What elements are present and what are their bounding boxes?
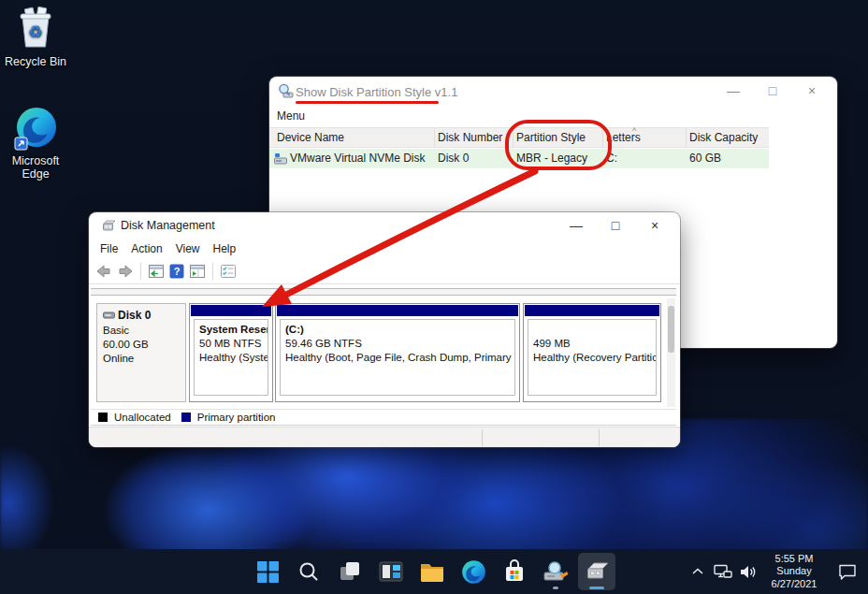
desktop-icon-label: Recycle Bin xyxy=(5,55,66,68)
clock[interactable]: 5:55 PM Sunday 6/27/2021 xyxy=(761,553,827,591)
disk-management-app-icon xyxy=(101,219,116,233)
close-button[interactable]: × xyxy=(635,212,674,239)
start-button[interactable] xyxy=(249,553,286,590)
properties-list-icon[interactable] xyxy=(220,264,237,279)
store-button[interactable] xyxy=(496,553,533,590)
primary-partition-bar xyxy=(277,305,518,316)
disk-management-titlebar[interactable]: Disk Management — □ × xyxy=(89,212,680,239)
file-explorer-button[interactable] xyxy=(413,553,451,590)
network-icon xyxy=(714,564,732,580)
primary-partition-bar xyxy=(525,305,659,316)
menu-item-view[interactable]: View xyxy=(169,240,207,257)
chat-bubble-icon xyxy=(837,563,858,581)
partition-cell-c-drive[interactable]: (C:) 59.46 GB NTFS Healthy (Boot, Page F… xyxy=(275,303,520,402)
help-icon[interactable]: ? xyxy=(169,264,184,279)
cell-disk-number: Disk 0 xyxy=(438,152,469,165)
edge-icon xyxy=(14,107,57,152)
speaker-icon xyxy=(739,564,758,580)
disk-drive-icon xyxy=(274,152,287,165)
partition-status: Healthy (Boot, Page File, Crash Dump, Pr… xyxy=(285,351,510,365)
menu-bar: File Action View Help xyxy=(89,239,680,259)
partition-status: Healthy (Syster xyxy=(199,351,263,365)
edge-button[interactable] xyxy=(455,553,492,590)
status-divider xyxy=(482,429,483,446)
vertical-scrollbar[interactable] xyxy=(667,298,675,407)
recycle-bin-icon: ♻ xyxy=(14,6,57,52)
partition-cell-recovery[interactable]: 499 MB Healthy (Recovery Partitic xyxy=(523,303,661,402)
partition-status: Healthy (Recovery Partitic xyxy=(533,351,651,365)
disk0-panel[interactable]: Disk 0 Basic 60.00 GB Online xyxy=(96,303,186,402)
column-disk-capacity[interactable]: Disk Capacity xyxy=(689,131,758,144)
edge-icon xyxy=(461,559,486,585)
desktop-icon-recycle-bin[interactable]: ♻ Recycle Bin xyxy=(0,6,71,68)
desktop-icon-microsoft-edge[interactable]: Microsoft Edge xyxy=(0,107,71,181)
widgets-button[interactable] xyxy=(372,553,410,590)
partition-name: (C:) xyxy=(285,323,510,337)
forward-icon[interactable] xyxy=(117,264,134,279)
toolbar-divider xyxy=(140,263,141,280)
network-button[interactable] xyxy=(710,564,735,580)
column-device-name[interactable]: Device Name xyxy=(277,131,344,144)
menu-item-action[interactable]: Action xyxy=(124,240,168,257)
store-icon xyxy=(502,559,527,584)
partition-size: 499 MB xyxy=(533,337,651,351)
action-pane-icon[interactable] xyxy=(189,264,206,279)
primary-partition-swatch xyxy=(181,413,191,422)
task-view-icon xyxy=(338,559,362,584)
disk-status: Online xyxy=(103,352,180,366)
partition-window-titlebar[interactable]: Show Disk Partition Style v1.1 — □ × xyxy=(269,77,837,107)
maximize-button[interactable]: □ xyxy=(596,212,635,239)
file-explorer-icon xyxy=(419,560,445,583)
partition-cell-system-reserved[interactable]: System Reser 50 MB NTFS Healthy (Syster xyxy=(189,303,273,402)
desktop-icon-label: Microsoft xyxy=(12,154,60,167)
menu-item-file[interactable]: File xyxy=(94,240,124,257)
show-console-tree-icon[interactable] xyxy=(148,264,165,279)
collapsed-volume-pane[interactable] xyxy=(91,288,676,296)
partition-size: 50 MB NTFS xyxy=(199,337,263,351)
tray-chevron-button[interactable] xyxy=(686,565,710,578)
menu-item-help[interactable]: Help xyxy=(207,240,243,257)
minimize-button[interactable]: — xyxy=(557,212,596,239)
legend-label: Primary partition xyxy=(197,412,276,423)
taskbar: 5:55 PM Sunday 6/27/2021 xyxy=(0,549,868,594)
scrollbar-thumb[interactable] xyxy=(668,306,674,353)
start-icon xyxy=(256,560,280,584)
partition-style-tool-button[interactable] xyxy=(537,553,574,590)
window-title: Show Disk Partition Style v1.1 xyxy=(296,85,457,99)
menu-item-menu[interactable]: Menu xyxy=(277,109,305,123)
search-button[interactable] xyxy=(290,553,327,590)
desktop-icon-label: Edge xyxy=(22,167,49,181)
legend: Unallocated Primary partition xyxy=(91,409,676,426)
clock-date: 6/27/2021 xyxy=(761,578,827,591)
status-divider xyxy=(599,429,600,446)
disk-type: Basic xyxy=(103,324,180,338)
window-title: Disk Management xyxy=(121,219,215,232)
sort-ascending-icon[interactable]: ^ xyxy=(632,126,636,136)
notification-button[interactable] xyxy=(827,563,868,581)
annotation-underline xyxy=(296,101,439,104)
unallocated-swatch xyxy=(98,413,108,422)
disk-size: 60.00 GB xyxy=(103,338,180,352)
minimize-button[interactable]: — xyxy=(714,77,753,105)
back-icon[interactable] xyxy=(95,264,112,279)
column-divider[interactable] xyxy=(434,128,435,148)
running-indicator xyxy=(553,587,558,589)
partition-app-icon xyxy=(278,83,294,99)
maximize-button[interactable]: □ xyxy=(753,77,792,105)
clock-day: Sunday xyxy=(761,565,827,578)
column-divider[interactable] xyxy=(686,128,687,148)
annotation-circle xyxy=(505,120,612,170)
widgets-icon xyxy=(378,560,404,583)
column-disk-number[interactable]: Disk Number xyxy=(438,131,502,144)
partition-style-tool-icon xyxy=(542,559,570,584)
cell-device-name: VMware Virtual NVMe Disk xyxy=(290,152,425,165)
volume-button[interactable] xyxy=(735,564,761,580)
disk-management-button[interactable] xyxy=(578,553,615,590)
search-icon xyxy=(297,560,320,583)
svg-text:?: ? xyxy=(174,266,181,277)
desktop: ♻ Recycle Bin Microsoft Edge Show xyxy=(0,0,868,594)
legend-label: Unallocated xyxy=(114,412,171,423)
chevron-up-icon xyxy=(690,565,705,578)
task-view-button[interactable] xyxy=(331,553,369,590)
close-button[interactable]: × xyxy=(792,77,832,105)
